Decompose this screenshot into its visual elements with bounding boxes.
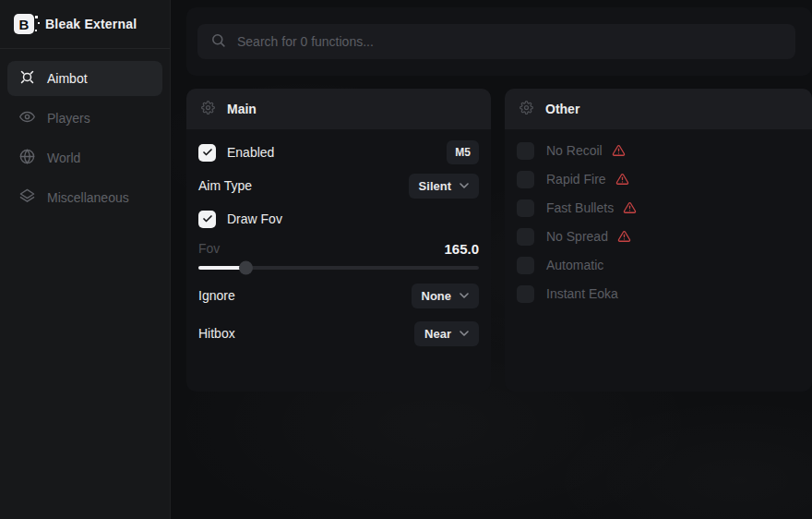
- other-panel: Other No Recoil Rapid Fire: [505, 89, 812, 392]
- draw-fov-checkbox[interactable]: [198, 211, 216, 228]
- sidebar-item-label: Players: [47, 111, 90, 126]
- instant-eoka-label: Instant Eoka: [546, 286, 618, 301]
- no-spread-label: No Spread: [546, 229, 608, 244]
- search-box[interactable]: [197, 24, 795, 59]
- rapid-fire-label: Rapid Fire: [546, 172, 606, 187]
- no-recoil-label: No Recoil: [546, 143, 603, 158]
- sidebar-nav: Aimbot Players World: [0, 49, 170, 227]
- brand: B Bleak External: [0, 0, 170, 49]
- automatic-row: Automatic: [517, 255, 800, 275]
- topbar: [186, 7, 812, 76]
- enabled-row: Enabled M5: [198, 140, 479, 164]
- automatic-label: Automatic: [546, 258, 603, 272]
- enabled-label: Enabled: [227, 145, 274, 160]
- warning-icon: [617, 230, 631, 243]
- no-recoil-checkbox[interactable]: [517, 142, 534, 160]
- fast-bullets-checkbox[interactable]: [517, 199, 534, 217]
- chevron-down-icon: [460, 331, 469, 336]
- no-spread-checkbox[interactable]: [517, 228, 534, 246]
- globe-icon: [19, 149, 35, 167]
- app-window: B Bleak External Aimbot: [0, 0, 812, 519]
- sidebar-item-label: Aimbot: [47, 71, 88, 86]
- ignore-row: Ignore None: [198, 284, 479, 308]
- aim-type-dropdown[interactable]: Silent: [409, 174, 479, 199]
- sidebar-item-world[interactable]: World: [7, 140, 162, 175]
- hitbox-value: Near: [424, 327, 451, 341]
- sidebar: B Bleak External Aimbot: [0, 0, 171, 519]
- warning-icon: [623, 201, 637, 214]
- fov-slider[interactable]: [198, 266, 479, 270]
- instant-eoka-checkbox[interactable]: [517, 285, 534, 303]
- ignore-dropdown[interactable]: None: [412, 284, 480, 308]
- logo-letter: B: [19, 17, 30, 32]
- gear-icon: [201, 101, 215, 117]
- fov-label: Fov: [198, 241, 220, 256]
- main-panel-header: Main: [186, 89, 491, 129]
- rapid-fire-checkbox[interactable]: [517, 171, 534, 188]
- other-panel-title: Other: [545, 102, 579, 116]
- enabled-keybind-button[interactable]: M5: [447, 140, 479, 164]
- aim-type-value: Silent: [419, 179, 451, 193]
- search-icon: [210, 32, 226, 52]
- ignore-value: None: [422, 289, 452, 303]
- search-input[interactable]: [237, 34, 782, 49]
- hitbox-label: Hitbox: [198, 326, 235, 341]
- draw-fov-label: Draw Fov: [227, 211, 282, 226]
- draw-fov-row: Draw Fov: [198, 207, 479, 231]
- fov-value: 165.0: [444, 241, 479, 257]
- check-icon: [202, 147, 213, 158]
- layers-icon: [19, 188, 35, 207]
- app-logo-icon: B: [14, 14, 34, 34]
- other-panel-header: Other: [505, 89, 812, 129]
- check-icon: [202, 213, 213, 224]
- other-panel-body: No Recoil Rapid Fire Fast Bullets: [505, 129, 812, 323]
- fast-bullets-label: Fast Bullets: [546, 200, 614, 215]
- fov-slider-fill: [198, 266, 246, 270]
- app-title: Bleak External: [45, 17, 137, 31]
- instant-eoka-row: Instant Eoka: [517, 284, 800, 304]
- sidebar-item-players[interactable]: Players: [7, 101, 162, 136]
- warning-icon: [615, 173, 629, 186]
- enabled-checkbox[interactable]: [198, 144, 216, 162]
- sidebar-item-aimbot[interactable]: Aimbot: [7, 61, 162, 96]
- warning-icon: [612, 144, 626, 157]
- logo-pixel: [35, 30, 37, 31]
- main-panel-body: Enabled M5 Aim Type Silent Draw Fov F: [186, 129, 491, 366]
- logo-pixel: [38, 22, 40, 24]
- logo-pixel: [35, 16, 38, 18]
- fov-slider-thumb[interactable]: [239, 261, 253, 275]
- fov-row: Fov 165.0: [198, 240, 479, 257]
- chevron-down-icon: [460, 293, 469, 298]
- eye-icon: [19, 109, 35, 127]
- aim-type-row: Aim Type Silent: [198, 174, 479, 198]
- rapid-fire-row: Rapid Fire: [517, 169, 800, 189]
- gear-icon: [519, 101, 533, 117]
- automatic-checkbox[interactable]: [517, 257, 534, 274]
- crosshair-focus-icon: [19, 69, 35, 88]
- aim-type-label: Aim Type: [198, 178, 252, 193]
- sidebar-item-miscellaneous[interactable]: Miscellaneous: [7, 180, 162, 215]
- sidebar-item-label: Miscellaneous: [47, 190, 129, 205]
- fast-bullets-row: Fast Bullets: [517, 198, 800, 218]
- main-panel: Main Enabled M5 Aim Type Silent: [186, 89, 491, 392]
- hitbox-row: Hitbox Near: [198, 321, 479, 345]
- no-recoil-row: No Recoil: [517, 140, 800, 161]
- chevron-down-icon: [460, 183, 469, 188]
- main-panel-title: Main: [227, 102, 257, 116]
- no-spread-row: No Spread: [517, 226, 800, 247]
- sidebar-item-label: World: [47, 151, 80, 165]
- ignore-label: Ignore: [198, 288, 235, 303]
- hitbox-dropdown[interactable]: Near: [414, 321, 479, 346]
